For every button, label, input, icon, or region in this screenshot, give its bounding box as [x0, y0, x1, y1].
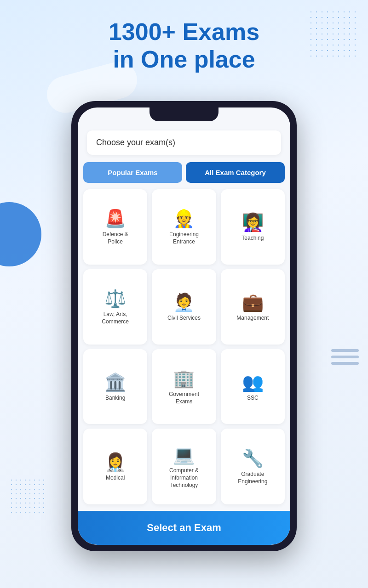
- engineering-entrance-icon: 👷: [173, 210, 195, 227]
- engineering-entrance-label: Engineering Entrance: [169, 231, 199, 245]
- phone-frame: Choose your exam(s) Popular Exams All Ex…: [71, 101, 297, 551]
- law-arts-commerce-label: Law, Arts, Commerce: [102, 311, 129, 325]
- civil-services-label: Civil Services: [167, 315, 201, 322]
- exam-item-computer-it[interactable]: 💻Computer & Information Technology: [152, 429, 216, 504]
- banking-label: Banking: [105, 395, 125, 402]
- choose-exam-label: Choose your exam(s): [87, 130, 281, 155]
- law-arts-commerce-icon: ⚖️: [104, 290, 126, 307]
- exam-item-law-arts-commerce[interactable]: ⚖️Law, Arts, Commerce: [83, 269, 147, 345]
- graduate-engineering-label: Graduate Engineering: [238, 471, 267, 485]
- exam-item-defence-police[interactable]: 🚨Defence & Police: [83, 189, 147, 265]
- exam-item-government-exams[interactable]: 🏢Government Exams: [152, 349, 216, 424]
- teaching-icon: 👩‍🏫: [242, 214, 264, 231]
- select-exam-button[interactable]: Select an Exam: [78, 511, 290, 545]
- management-icon: 💼: [242, 294, 264, 311]
- defence-police-label: Defence & Police: [103, 231, 128, 245]
- lines-decoration-right: [331, 349, 359, 368]
- computer-it-label: Computer & Information Technology: [169, 467, 199, 489]
- medical-icon: 👩‍⚕️: [104, 453, 126, 471]
- exam-item-ssc[interactable]: 👥SSC: [221, 349, 285, 424]
- teaching-label: Teaching: [242, 235, 264, 242]
- banking-icon: 🏛️: [104, 373, 126, 391]
- exam-category-grid: 🚨Defence & Police👷Engineering Entrance👩‍…: [78, 183, 290, 511]
- exam-item-teaching[interactable]: 👩‍🏫Teaching: [221, 189, 285, 265]
- exam-item-graduate-engineering[interactable]: 🔧Graduate Engineering: [221, 429, 285, 504]
- screen-content: Choose your exam(s) Popular Exams All Ex…: [78, 107, 290, 545]
- ssc-label: SSC: [247, 395, 259, 402]
- exam-item-civil-services[interactable]: 🧑‍💼Civil Services: [152, 269, 216, 345]
- phone-mockup: Choose your exam(s) Popular Exams All Ex…: [71, 101, 297, 551]
- header-line2: in One place: [113, 46, 255, 73]
- exam-item-management[interactable]: 💼Management: [221, 269, 285, 345]
- medical-label: Medical: [106, 475, 125, 482]
- civil-services-icon: 🧑‍💼: [173, 294, 195, 311]
- tab-all-exam-category[interactable]: All Exam Category: [186, 162, 285, 183]
- dots-decoration-bottom-left: [9, 478, 46, 514]
- exam-item-engineering-entrance[interactable]: 👷Engineering Entrance: [152, 189, 216, 265]
- blue-circle-decoration: [0, 202, 41, 266]
- page-header: 1300+ Exams in One place: [0, 18, 368, 74]
- defence-police-icon: 🚨: [104, 210, 126, 227]
- tab-popular-exams[interactable]: Popular Exams: [83, 162, 182, 183]
- ssc-icon: 👥: [242, 373, 264, 391]
- management-label: Management: [236, 315, 269, 322]
- phone-screen: Choose your exam(s) Popular Exams All Ex…: [78, 107, 290, 545]
- tab-row: Popular Exams All Exam Category: [83, 162, 285, 183]
- government-exams-label: Government Exams: [169, 391, 199, 405]
- exam-item-medical[interactable]: 👩‍⚕️Medical: [83, 429, 147, 504]
- government-exams-icon: 🏢: [173, 370, 195, 387]
- exam-item-banking[interactable]: 🏛️Banking: [83, 349, 147, 424]
- graduate-engineering-icon: 🔧: [242, 450, 264, 467]
- phone-notch: [150, 107, 218, 121]
- header-title: 1300+ Exams in One place: [0, 18, 368, 74]
- header-line1: 1300+ Exams: [109, 18, 259, 45]
- computer-it-icon: 💻: [173, 446, 195, 464]
